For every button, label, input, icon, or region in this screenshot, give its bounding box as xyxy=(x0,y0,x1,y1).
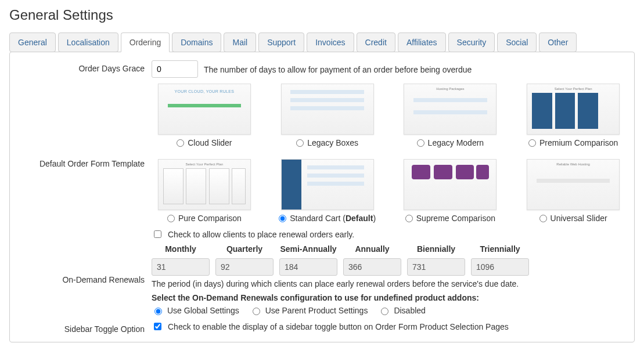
renewal-annually-input[interactable] xyxy=(343,258,401,276)
template-card-cloud-slider[interactable]: YOUR CLOUD, YOUR RULES Cloud Slider xyxy=(152,84,257,147)
addon-radio-disabled[interactable] xyxy=(381,308,388,315)
template-radio-legacy-modern[interactable] xyxy=(417,139,424,147)
renewal-monthly-input[interactable] xyxy=(152,258,210,276)
template-thumb: Select Your Perfect Plan xyxy=(158,159,251,210)
addon-radio-parent[interactable] xyxy=(253,308,260,315)
template-name: Pure Comparison xyxy=(178,214,242,223)
template-thumb: Hosting Packages xyxy=(404,84,497,135)
tab-general[interactable]: General xyxy=(9,33,56,52)
template-card-legacy-modern[interactable]: Hosting Packages Legacy Modern xyxy=(398,84,503,147)
col-header-triennially: Triennially xyxy=(471,244,529,254)
addon-config-heading: Select the On-Demand Renewals configurat… xyxy=(152,293,626,302)
early-renewal-text: Check to allow clients to place renewal … xyxy=(168,230,354,239)
col-header-quarterly: Quarterly xyxy=(215,244,274,254)
default-template-label: Default Order Form Template xyxy=(18,84,152,168)
addon-radio-global[interactable] xyxy=(154,308,162,315)
template-card-universal-slider[interactable]: Reliable Web Hosting Universal Slider xyxy=(520,159,626,223)
tab-security[interactable]: Security xyxy=(448,33,495,52)
order-days-grace-label: Order Days Grace xyxy=(18,60,152,73)
template-card-pure-comparison[interactable]: Select Your Perfect Plan Pure Comparison xyxy=(152,159,257,223)
tab-localisation[interactable]: Localisation xyxy=(58,33,118,52)
tab-other[interactable]: Other xyxy=(539,33,577,52)
template-card-premium-comparison[interactable]: Select Your Perfect Plan Premium Compari… xyxy=(520,84,626,147)
tab-ordering[interactable]: Ordering xyxy=(121,33,170,52)
renewal-period-table: Monthly Quarterly Semi-Annually Annually… xyxy=(152,244,626,276)
addon-radio-parent-label: Use Parent Product Settings xyxy=(265,306,368,315)
template-radio-legacy-boxes[interactable] xyxy=(296,139,304,147)
renewal-semi-input[interactable] xyxy=(279,258,337,276)
template-radio-supreme-comparison[interactable] xyxy=(405,215,413,222)
template-name: Legacy Boxes xyxy=(307,138,358,147)
tab-affiliates[interactable]: Affiliates xyxy=(398,33,446,52)
on-demand-renewals-label: On-Demand Renewals xyxy=(18,229,152,284)
template-radio-premium-comparison[interactable] xyxy=(528,139,536,147)
template-name: Supreme Comparison xyxy=(416,214,495,223)
template-name: Universal Slider xyxy=(551,214,607,223)
order-days-grace-input[interactable] xyxy=(152,60,198,78)
template-card-supreme-comparison[interactable]: Supreme Comparison xyxy=(398,159,503,223)
template-name: Premium Comparison xyxy=(539,138,618,147)
sidebar-toggle-text: Check to enable the display of a sidebar… xyxy=(168,322,509,331)
template-name: Cloud Slider xyxy=(188,138,232,147)
template-thumb: Select Your Perfect Plan xyxy=(527,84,620,135)
tab-mail[interactable]: Mail xyxy=(224,33,256,52)
tab-social[interactable]: Social xyxy=(497,33,537,52)
order-days-grace-help: The number of days to allow for payment … xyxy=(204,65,472,74)
col-header-semi: Semi-Annually xyxy=(279,244,337,254)
tab-invoices[interactable]: Invoices xyxy=(307,33,354,52)
renewal-help-text: The period (in days) during which client… xyxy=(152,279,626,288)
template-radio-cloud-slider[interactable] xyxy=(177,139,184,147)
template-grid: YOUR CLOUD, YOUR RULES Cloud Slider Leg xyxy=(152,84,626,223)
early-renewal-checkbox[interactable] xyxy=(154,230,161,238)
template-thumb: Reliable Web Hosting xyxy=(527,159,620,210)
page-title: General Settings xyxy=(9,7,635,23)
template-card-legacy-boxes[interactable]: Legacy Boxes xyxy=(275,84,380,147)
sidebar-toggle-checkbox[interactable] xyxy=(154,323,161,330)
renewal-quarterly-input[interactable] xyxy=(215,258,274,276)
template-thumb xyxy=(281,84,374,135)
sidebar-toggle-label: Sidebar Toggle Option xyxy=(18,321,152,334)
tab-domains[interactable]: Domains xyxy=(172,33,221,52)
template-name: Legacy Modern xyxy=(428,138,484,147)
template-radio-pure-comparison[interactable] xyxy=(167,215,175,222)
template-thumb xyxy=(281,159,374,210)
tab-bar: General Localisation Ordering Domains Ma… xyxy=(9,33,635,52)
template-thumb xyxy=(404,159,497,210)
renewal-triennially-input[interactable] xyxy=(471,258,529,276)
template-name: Standard Cart (Default) xyxy=(290,214,376,223)
col-header-biennially: Biennially xyxy=(407,244,465,254)
template-thumb: YOUR CLOUD, YOUR RULES xyxy=(158,84,251,135)
tab-credit[interactable]: Credit xyxy=(357,33,395,52)
tab-support[interactable]: Support xyxy=(258,33,304,52)
template-radio-universal-slider[interactable] xyxy=(539,215,547,222)
col-header-monthly: Monthly xyxy=(152,244,210,254)
template-radio-standard-cart[interactable] xyxy=(279,215,286,222)
addon-radio-disabled-label: Disabled xyxy=(394,306,425,315)
col-header-annually: Annually xyxy=(343,244,401,254)
template-card-standard-cart[interactable]: Standard Cart (Default) xyxy=(275,159,380,223)
settings-panel: Order Days Grace The number of days to a… xyxy=(9,52,635,342)
addon-radio-global-label: Use Global Settings xyxy=(167,306,239,315)
renewal-biennially-input[interactable] xyxy=(407,258,465,276)
